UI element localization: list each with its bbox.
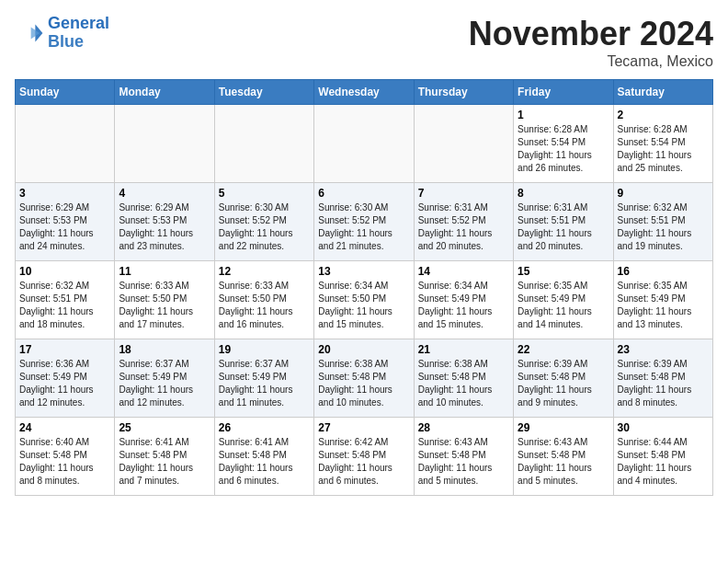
day-info: Sunrise: 6:34 AM Sunset: 5:49 PM Dayligh…	[418, 280, 509, 331]
calendar-cell: 18Sunrise: 6:37 AM Sunset: 5:49 PM Dayli…	[115, 339, 214, 418]
day-number: 3	[19, 187, 110, 200]
day-info: Sunrise: 6:30 AM Sunset: 5:52 PM Dayligh…	[318, 201, 409, 253]
calendar-week-row: 10Sunrise: 6:32 AM Sunset: 5:51 PM Dayli…	[16, 261, 713, 339]
month-title: November 2024	[469, 15, 713, 53]
calendar-cell: 26Sunrise: 6:41 AM Sunset: 5:48 PM Dayli…	[214, 418, 313, 496]
day-info: Sunrise: 6:42 AM Sunset: 5:48 PM Dayligh…	[318, 436, 409, 488]
day-info: Sunrise: 6:31 AM Sunset: 5:52 PM Dayligh…	[418, 201, 509, 253]
day-info: Sunrise: 6:38 AM Sunset: 5:48 PM Dayligh…	[418, 358, 509, 409]
day-number: 22	[518, 343, 609, 356]
calendar-cell: 2Sunrise: 6:28 AM Sunset: 5:54 PM Daylig…	[613, 105, 712, 183]
logo-line2: Blue	[48, 32, 84, 51]
day-number: 19	[219, 343, 310, 356]
day-info: Sunrise: 6:28 AM Sunset: 5:54 PM Dayligh…	[618, 123, 709, 175]
calendar-cell: 3Sunrise: 6:29 AM Sunset: 5:53 PM Daylig…	[16, 183, 115, 261]
day-number: 24	[19, 421, 110, 434]
day-number: 2	[618, 109, 709, 121]
calendar-cell: 11Sunrise: 6:33 AM Sunset: 5:50 PM Dayli…	[115, 261, 214, 339]
day-number: 8	[518, 187, 609, 200]
logo-text: General Blue	[48, 15, 109, 52]
day-info: Sunrise: 6:43 AM Sunset: 5:48 PM Dayligh…	[418, 436, 509, 488]
day-info: Sunrise: 6:43 AM Sunset: 5:48 PM Dayligh…	[518, 436, 609, 488]
calendar-cell: 1Sunrise: 6:28 AM Sunset: 5:54 PM Daylig…	[514, 105, 613, 183]
calendar-header-row: SundayMondayTuesdayWednesdayThursdayFrid…	[16, 80, 713, 105]
day-info: Sunrise: 6:40 AM Sunset: 5:48 PM Dayligh…	[19, 436, 110, 488]
weekday-header: Monday	[115, 80, 214, 105]
day-number: 12	[219, 265, 310, 278]
day-info: Sunrise: 6:39 AM Sunset: 5:48 PM Dayligh…	[518, 358, 609, 409]
day-number: 14	[418, 265, 509, 278]
day-number: 23	[618, 343, 709, 356]
calendar-cell: 15Sunrise: 6:35 AM Sunset: 5:49 PM Dayli…	[514, 261, 613, 339]
logo-line1: General	[48, 14, 109, 32]
day-info: Sunrise: 6:29 AM Sunset: 5:53 PM Dayligh…	[19, 201, 110, 253]
calendar-cell: 25Sunrise: 6:41 AM Sunset: 5:48 PM Dayli…	[115, 418, 214, 496]
calendar-cell: 10Sunrise: 6:32 AM Sunset: 5:51 PM Dayli…	[16, 261, 115, 339]
calendar-cell: 22Sunrise: 6:39 AM Sunset: 5:48 PM Dayli…	[514, 339, 613, 418]
day-info: Sunrise: 6:32 AM Sunset: 5:51 PM Dayligh…	[19, 280, 110, 331]
calendar-cell: 29Sunrise: 6:43 AM Sunset: 5:48 PM Dayli…	[514, 418, 613, 496]
day-number: 18	[119, 343, 210, 356]
calendar-cell: 27Sunrise: 6:42 AM Sunset: 5:48 PM Dayli…	[314, 418, 414, 496]
day-info: Sunrise: 6:35 AM Sunset: 5:49 PM Dayligh…	[618, 280, 709, 331]
day-number: 1	[518, 109, 609, 121]
calendar-cell: 23Sunrise: 6:39 AM Sunset: 5:48 PM Dayli…	[613, 339, 712, 418]
calendar-table: SundayMondayTuesdayWednesdayThursdayFrid…	[15, 79, 713, 496]
calendar-cell: 12Sunrise: 6:33 AM Sunset: 5:50 PM Dayli…	[214, 261, 313, 339]
calendar-cell: 5Sunrise: 6:30 AM Sunset: 5:52 PM Daylig…	[214, 183, 313, 261]
weekday-header: Sunday	[16, 80, 115, 105]
day-info: Sunrise: 6:35 AM Sunset: 5:49 PM Dayligh…	[518, 280, 609, 331]
calendar-week-row: 24Sunrise: 6:40 AM Sunset: 5:48 PM Dayli…	[16, 418, 713, 496]
day-info: Sunrise: 6:30 AM Sunset: 5:52 PM Dayligh…	[219, 201, 310, 253]
day-info: Sunrise: 6:41 AM Sunset: 5:48 PM Dayligh…	[219, 436, 310, 488]
day-number: 9	[618, 187, 709, 200]
day-number: 5	[219, 187, 310, 200]
day-number: 25	[119, 421, 210, 434]
day-number: 15	[518, 265, 609, 278]
calendar-cell: 28Sunrise: 6:43 AM Sunset: 5:48 PM Dayli…	[414, 418, 513, 496]
location: Tecama, Mexico	[469, 53, 713, 70]
day-number: 29	[518, 421, 609, 434]
day-number: 30	[618, 421, 709, 434]
calendar-cell	[115, 105, 214, 183]
calendar-cell: 24Sunrise: 6:40 AM Sunset: 5:48 PM Dayli…	[16, 418, 115, 496]
calendar-cell	[16, 105, 115, 183]
day-info: Sunrise: 6:41 AM Sunset: 5:48 PM Dayligh…	[119, 436, 210, 488]
calendar-cell: 13Sunrise: 6:34 AM Sunset: 5:50 PM Dayli…	[314, 261, 414, 339]
day-info: Sunrise: 6:34 AM Sunset: 5:50 PM Dayligh…	[318, 280, 409, 331]
calendar-cell: 19Sunrise: 6:37 AM Sunset: 5:49 PM Dayli…	[214, 339, 313, 418]
logo: General Blue	[15, 15, 109, 52]
calendar-cell	[314, 105, 414, 183]
day-info: Sunrise: 6:28 AM Sunset: 5:54 PM Dayligh…	[518, 123, 609, 175]
calendar-cell: 14Sunrise: 6:34 AM Sunset: 5:49 PM Dayli…	[414, 261, 513, 339]
weekday-header: Friday	[514, 80, 613, 105]
calendar-cell: 8Sunrise: 6:31 AM Sunset: 5:51 PM Daylig…	[514, 183, 613, 261]
page-header: General Blue November 2024 Tecama, Mexic…	[15, 15, 713, 70]
day-info: Sunrise: 6:31 AM Sunset: 5:51 PM Dayligh…	[518, 201, 609, 253]
day-number: 17	[19, 343, 110, 356]
day-info: Sunrise: 6:32 AM Sunset: 5:51 PM Dayligh…	[618, 201, 709, 253]
day-info: Sunrise: 6:33 AM Sunset: 5:50 PM Dayligh…	[219, 280, 310, 331]
day-number: 6	[318, 187, 409, 200]
calendar-cell	[214, 105, 313, 183]
calendar-cell: 20Sunrise: 6:38 AM Sunset: 5:48 PM Dayli…	[314, 339, 414, 418]
calendar-cell: 16Sunrise: 6:35 AM Sunset: 5:49 PM Dayli…	[613, 261, 712, 339]
calendar-cell	[414, 105, 513, 183]
calendar-cell: 17Sunrise: 6:36 AM Sunset: 5:49 PM Dayli…	[16, 339, 115, 418]
title-block: November 2024 Tecama, Mexico	[469, 15, 713, 70]
day-info: Sunrise: 6:39 AM Sunset: 5:48 PM Dayligh…	[618, 358, 709, 409]
day-number: 26	[219, 421, 310, 434]
day-number: 7	[418, 187, 509, 200]
calendar-week-row: 3Sunrise: 6:29 AM Sunset: 5:53 PM Daylig…	[16, 183, 713, 261]
day-info: Sunrise: 6:37 AM Sunset: 5:49 PM Dayligh…	[119, 358, 210, 409]
calendar-cell: 4Sunrise: 6:29 AM Sunset: 5:53 PM Daylig…	[115, 183, 214, 261]
logo-icon	[15, 18, 44, 48]
weekday-header: Wednesday	[314, 80, 414, 105]
day-info: Sunrise: 6:33 AM Sunset: 5:50 PM Dayligh…	[119, 280, 210, 331]
day-number: 11	[119, 265, 210, 278]
weekday-header: Saturday	[613, 80, 712, 105]
calendar-cell: 7Sunrise: 6:31 AM Sunset: 5:52 PM Daylig…	[414, 183, 513, 261]
weekday-header: Tuesday	[214, 80, 313, 105]
day-info: Sunrise: 6:37 AM Sunset: 5:49 PM Dayligh…	[219, 358, 310, 409]
day-number: 20	[318, 343, 409, 356]
